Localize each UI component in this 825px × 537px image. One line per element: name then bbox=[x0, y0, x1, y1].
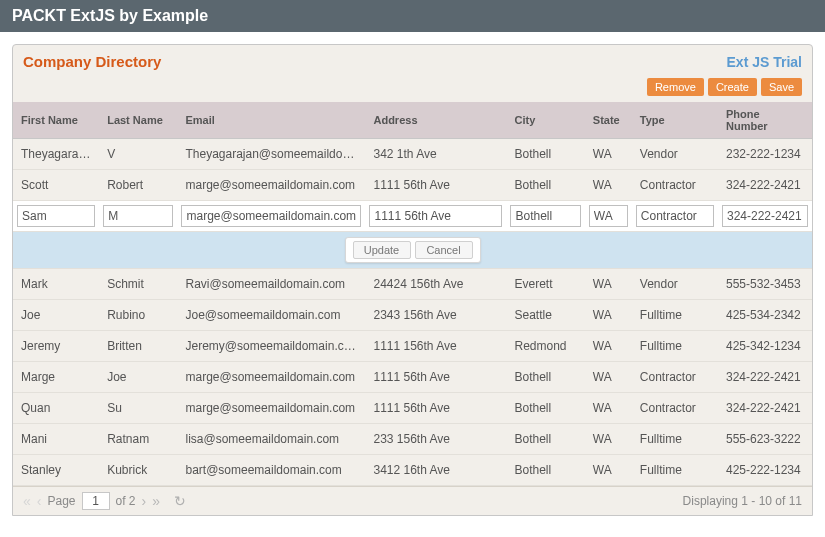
cell-last-name[interactable]: Ratnam bbox=[99, 424, 177, 455]
cell-phone[interactable]: 324-222-2421 bbox=[718, 170, 812, 201]
cell-address[interactable]: 2343 156th Ave bbox=[365, 300, 506, 331]
cell-first-name[interactable]: Scott bbox=[13, 170, 99, 201]
cell-last-name[interactable]: V bbox=[99, 139, 177, 170]
cell-phone[interactable]: 324-222-2421 bbox=[718, 362, 812, 393]
table-row[interactable]: QuanSumarge@someemaildomain.com1111 56th… bbox=[13, 393, 812, 424]
cancel-button[interactable]: Cancel bbox=[415, 241, 473, 259]
save-button[interactable]: Save bbox=[761, 78, 802, 96]
col-type[interactable]: Type bbox=[632, 102, 718, 139]
cell-state[interactable]: WA bbox=[585, 362, 632, 393]
cell-state[interactable]: WA bbox=[585, 424, 632, 455]
cell-phone[interactable]: 555-623-3222 bbox=[718, 424, 812, 455]
cell-phone[interactable]: 232-222-1234 bbox=[718, 139, 812, 170]
cell-city[interactable]: Redmond bbox=[506, 331, 584, 362]
table-row[interactable]: MargeJoemarge@someemaildomain.com1111 56… bbox=[13, 362, 812, 393]
cell-type[interactable]: Contractor bbox=[632, 393, 718, 424]
col-first-name[interactable]: First Name bbox=[13, 102, 99, 139]
cell-city[interactable]: Bothell bbox=[506, 139, 584, 170]
edit-city-input[interactable] bbox=[510, 205, 580, 227]
cell-phone[interactable]: 425-222-1234 bbox=[718, 455, 812, 486]
edit-type-input[interactable] bbox=[636, 205, 714, 227]
edit-row[interactable] bbox=[13, 201, 812, 232]
first-page-icon[interactable]: « bbox=[23, 493, 31, 509]
cell-type[interactable]: Contractor bbox=[632, 170, 718, 201]
cell-last-name[interactable]: Joe bbox=[99, 362, 177, 393]
cell-city[interactable]: Bothell bbox=[506, 455, 584, 486]
cell-city[interactable]: Bothell bbox=[506, 424, 584, 455]
cell-address[interactable]: 1111 56th Ave bbox=[365, 393, 506, 424]
col-state[interactable]: State bbox=[585, 102, 632, 139]
edit-email-input[interactable] bbox=[181, 205, 361, 227]
cell-phone[interactable]: 425-342-1234 bbox=[718, 331, 812, 362]
cell-city[interactable]: Seattle bbox=[506, 300, 584, 331]
cell-first-name[interactable]: Mani bbox=[13, 424, 99, 455]
cell-type[interactable]: Fulltime bbox=[632, 300, 718, 331]
cell-first-name[interactable]: Marge bbox=[13, 362, 99, 393]
cell-city[interactable]: Bothell bbox=[506, 362, 584, 393]
cell-address[interactable]: 3412 16th Ave bbox=[365, 455, 506, 486]
cell-last-name[interactable]: Robert bbox=[99, 170, 177, 201]
cell-last-name[interactable]: Rubino bbox=[99, 300, 177, 331]
cell-type[interactable]: Fulltime bbox=[632, 455, 718, 486]
cell-state[interactable]: WA bbox=[585, 269, 632, 300]
cell-city[interactable]: Bothell bbox=[506, 393, 584, 424]
table-row[interactable]: StanleyKubrickbart@someemaildomain.com34… bbox=[13, 455, 812, 486]
refresh-icon[interactable]: ↻ bbox=[174, 493, 186, 509]
cell-address[interactable]: 1111 156th Ave bbox=[365, 331, 506, 362]
cell-email[interactable]: bart@someemaildomain.com bbox=[177, 455, 365, 486]
cell-type[interactable]: Contractor bbox=[632, 362, 718, 393]
cell-type[interactable]: Vendor bbox=[632, 269, 718, 300]
cell-email[interactable]: Jeremy@someemaildomain.com bbox=[177, 331, 365, 362]
cell-phone[interactable]: 324-222-2421 bbox=[718, 393, 812, 424]
cell-email[interactable]: marge@someemaildomain.com bbox=[177, 362, 365, 393]
cell-first-name[interactable]: Jeremy bbox=[13, 331, 99, 362]
col-city[interactable]: City bbox=[506, 102, 584, 139]
cell-state[interactable]: WA bbox=[585, 300, 632, 331]
update-button[interactable]: Update bbox=[353, 241, 411, 259]
cell-address[interactable]: 342 1th Ave bbox=[365, 139, 506, 170]
cell-state[interactable]: WA bbox=[585, 331, 632, 362]
edit-first-name-input[interactable] bbox=[17, 205, 95, 227]
cell-phone[interactable]: 555-532-3453 bbox=[718, 269, 812, 300]
edit-last-name-input[interactable] bbox=[103, 205, 173, 227]
create-button[interactable]: Create bbox=[708, 78, 757, 96]
cell-city[interactable]: Everett bbox=[506, 269, 584, 300]
cell-address[interactable]: 233 156th Ave bbox=[365, 424, 506, 455]
cell-last-name[interactable]: Schmit bbox=[99, 269, 177, 300]
prev-page-icon[interactable]: ‹ bbox=[37, 493, 42, 509]
edit-state-input[interactable] bbox=[589, 205, 628, 227]
table-row[interactable]: TheyagarajanVTheyagarajan@someemaildomai… bbox=[13, 139, 812, 170]
last-page-icon[interactable]: » bbox=[152, 493, 160, 509]
cell-first-name[interactable]: Theyagarajan bbox=[13, 139, 99, 170]
cell-email[interactable]: Joe@someemaildomain.com bbox=[177, 300, 365, 331]
cell-state[interactable]: WA bbox=[585, 455, 632, 486]
cell-address[interactable]: 1111 56th Ave bbox=[365, 362, 506, 393]
table-row[interactable]: JeremyBrittenJeremy@someemaildomain.com1… bbox=[13, 331, 812, 362]
table-row[interactable]: MarkSchmitRavi@someemaildomain.com24424 … bbox=[13, 269, 812, 300]
edit-address-input[interactable] bbox=[369, 205, 502, 227]
cell-first-name[interactable]: Stanley bbox=[13, 455, 99, 486]
cell-first-name[interactable]: Quan bbox=[13, 393, 99, 424]
cell-state[interactable]: WA bbox=[585, 393, 632, 424]
cell-last-name[interactable]: Britten bbox=[99, 331, 177, 362]
cell-state[interactable]: WA bbox=[585, 139, 632, 170]
cell-address[interactable]: 1111 56th Ave bbox=[365, 170, 506, 201]
cell-last-name[interactable]: Su bbox=[99, 393, 177, 424]
cell-type[interactable]: Fulltime bbox=[632, 331, 718, 362]
cell-email[interactable]: Ravi@someemaildomain.com bbox=[177, 269, 365, 300]
next-page-icon[interactable]: › bbox=[142, 493, 147, 509]
edit-phone-input[interactable] bbox=[722, 205, 808, 227]
cell-email[interactable]: Theyagarajan@someemaildomain.com bbox=[177, 139, 365, 170]
cell-email[interactable]: marge@someemaildomain.com bbox=[177, 393, 365, 424]
cell-first-name[interactable]: Joe bbox=[13, 300, 99, 331]
table-row[interactable]: JoeRubinoJoe@someemaildomain.com2343 156… bbox=[13, 300, 812, 331]
cell-state[interactable]: WA bbox=[585, 170, 632, 201]
col-last-name[interactable]: Last Name bbox=[99, 102, 177, 139]
cell-city[interactable]: Bothell bbox=[506, 170, 584, 201]
cell-type[interactable]: Vendor bbox=[632, 139, 718, 170]
col-phone[interactable]: Phone Number bbox=[718, 102, 812, 139]
table-row[interactable]: ScottRobertmarge@someemaildomain.com1111… bbox=[13, 170, 812, 201]
cell-email[interactable]: marge@someemaildomain.com bbox=[177, 170, 365, 201]
cell-first-name[interactable]: Mark bbox=[13, 269, 99, 300]
col-email[interactable]: Email bbox=[177, 102, 365, 139]
